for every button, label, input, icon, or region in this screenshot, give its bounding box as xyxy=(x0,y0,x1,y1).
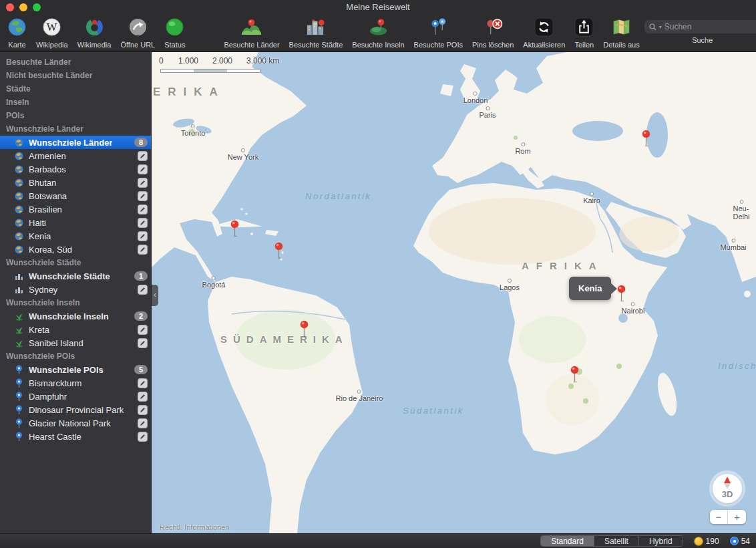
edit-button[interactable] xyxy=(138,218,148,228)
toolbar-button-wikipedia[interactable]: WWikipedia xyxy=(31,16,73,51)
visited-islands-icon xyxy=(367,17,389,39)
sidebar-item-wunschziele-st-dte[interactable]: Wunschziele Städte1 xyxy=(0,269,151,283)
sidebar-group-header-pois[interactable]: POIs xyxy=(0,109,151,122)
edit-button[interactable] xyxy=(138,378,148,388)
edit-button[interactable] xyxy=(138,418,148,428)
legal-info-link[interactable]: Rechtl. Informationen xyxy=(160,523,230,531)
sidebar-item-wunschziele-pois[interactable]: Wunschziele POIs5 xyxy=(0,363,151,376)
toolbar-button-pins-loeschen[interactable]: Pins löschen xyxy=(467,16,518,51)
sidebar-group-header-st-dte[interactable]: Städte xyxy=(0,82,151,96)
zoom-in-button[interactable]: + xyxy=(728,510,746,524)
sidebar-collapse-handle[interactable]: ‹ xyxy=(152,285,158,306)
map-pin-2[interactable] xyxy=(274,242,283,262)
sidebar-item-hearst-castle[interactable]: Hearst Castle xyxy=(0,430,151,443)
sidebar-item-label: Korea, Süd xyxy=(29,245,72,255)
search-input[interactable] xyxy=(665,22,756,31)
toolbar-button-label: Karte xyxy=(8,41,25,49)
sidebar-item-barbados[interactable]: Barbados xyxy=(0,162,151,176)
sidebar-group-header-wunschziele-st-dte[interactable]: Wunschziele Städte xyxy=(0,256,151,269)
edit-button[interactable] xyxy=(138,191,148,201)
sidebar-item-kreta[interactable]: Kreta xyxy=(0,323,151,336)
sidebar-item-sydney[interactable]: Sydney xyxy=(0,283,151,296)
sidebar-item-bismarckturm[interactable]: Bismarckturm xyxy=(0,376,151,390)
toolbar-button-besuchte-pois[interactable]: Besuchte POIs xyxy=(409,16,467,51)
sidebar-item-label: Sanibel Island xyxy=(29,338,83,348)
edit-button[interactable] xyxy=(138,231,148,241)
edit-button[interactable] xyxy=(138,325,148,335)
sidebar-item-wunschziele-inseln[interactable]: Wunschziele Inseln2 xyxy=(0,309,151,323)
map-pin-6[interactable] xyxy=(642,130,650,150)
toolbar-button-wikimedia[interactable]: Wikimedia xyxy=(73,16,116,51)
pin-callout[interactable]: Kenia xyxy=(569,277,611,300)
sidebar-item-label: Dinosaur Provincial Park xyxy=(29,405,124,415)
pin-callout-label: Kenia xyxy=(578,283,602,293)
toolbar-button-label: Wikipedia xyxy=(36,41,68,49)
edit-button[interactable] xyxy=(138,178,148,188)
toolbar-button-label: Besuchte Städte xyxy=(289,41,343,49)
sidebar-item-korea-s-d[interactable]: Korea, Süd xyxy=(0,243,151,256)
zoom-out-button[interactable]: − xyxy=(710,510,728,524)
sidebar-item-haiti[interactable]: Haiti xyxy=(0,216,151,229)
sidebar-item-bhutan[interactable]: Bhutan xyxy=(0,176,151,189)
edit-button[interactable] xyxy=(138,164,148,174)
sidebar-item-label: Botswana xyxy=(29,191,67,201)
compass-south-needle-icon xyxy=(724,483,731,489)
map-pin-3[interactable] xyxy=(300,320,309,340)
toolbar-button-aktualisieren[interactable]: Aktualisieren xyxy=(518,16,570,51)
sidebar-item-dampfuhr[interactable]: Dampfuhr xyxy=(0,390,151,403)
search-scope-chevron-icon[interactable]: ▾ xyxy=(659,24,662,30)
edit-button[interactable] xyxy=(138,405,148,415)
toolbar-button-teilen[interactable]: Teilen xyxy=(570,16,598,51)
sidebar-group-header-wunschziele-inseln[interactable]: Wunschziele Inseln xyxy=(0,296,151,309)
zoom-controls: − + xyxy=(710,510,746,524)
sidebar-item-dinosaur-provincial-park[interactable]: Dinosaur Provincial Park xyxy=(0,403,151,416)
sidebar-item-armenien[interactable]: Armenien xyxy=(0,149,151,162)
edit-button[interactable] xyxy=(138,338,148,348)
map-pin-4[interactable] xyxy=(617,285,626,305)
sidebar-item-sanibel-island[interactable]: Sanibel Island xyxy=(0,336,151,350)
edit-button[interactable] xyxy=(138,392,148,402)
sidebar-item-brasilien[interactable]: Brasilien xyxy=(0,202,151,216)
compass-3d-control[interactable]: 3D xyxy=(713,474,742,503)
edit-button[interactable] xyxy=(138,245,148,255)
edit-button[interactable] xyxy=(138,204,148,215)
map-type-hybrid[interactable]: Hybrid xyxy=(639,536,683,546)
toolbar-button-oeffne-url[interactable]: Öffne URL xyxy=(116,16,160,51)
map-canvas[interactable]: 01.0002.0003.000 km ERIKAAFRIKASÜDAMERIK… xyxy=(152,52,756,533)
sidebar-group-header-wunschziele-l-nder[interactable]: Wunschziele Länder xyxy=(0,122,151,136)
sidebar-item-label: Wunschziele Länder xyxy=(29,138,112,148)
sidebar-item-label: Kreta xyxy=(29,325,49,335)
sidebar-item-kenia[interactable]: Kenia xyxy=(0,229,151,243)
edit-button[interactable] xyxy=(138,432,148,442)
sidebar-item-label: Wunschziele Inseln xyxy=(29,311,109,321)
map-pin-5[interactable] xyxy=(570,366,579,386)
wish-poi-icon xyxy=(13,391,24,402)
toolbar-button-karte[interactable]: Karte xyxy=(3,16,31,51)
toolbar-button-label: Besuchte Länder xyxy=(224,41,279,49)
toolbar-button-besuchte-inseln[interactable]: Besuchte Inseln xyxy=(347,16,409,51)
edit-button[interactable] xyxy=(138,151,148,161)
sidebar-item-botswana[interactable]: Botswana xyxy=(0,189,151,202)
sidebar-item-glacier-national-park[interactable]: Glacier National Park xyxy=(0,416,151,430)
refresh-icon xyxy=(534,17,554,39)
edit-button[interactable] xyxy=(138,285,148,295)
scale-label: 0 xyxy=(159,56,164,65)
toolbar-button-besuchte-staedte[interactable]: Besuchte Städte xyxy=(285,16,348,51)
visited-cities-icon xyxy=(305,17,327,39)
wish-country-icon xyxy=(13,217,24,228)
sidebar-group-header-wunschziele-pois[interactable]: Wunschziele POIs xyxy=(0,350,151,363)
sidebar-group-header-nicht-besuchte-l-nder[interactable]: Nicht besuchte Länder xyxy=(0,69,151,82)
toolbar-button-details-aus[interactable]: Details aus xyxy=(598,16,644,51)
map-type-standard[interactable]: Standard xyxy=(541,536,594,546)
toolbar-button-besuchte-laender[interactable]: Besuchte Länder xyxy=(219,16,284,51)
toolbar-button-status[interactable]: Status xyxy=(160,16,190,51)
sidebar-group-header-besuchte-l-nder[interactable]: Besuchte Länder xyxy=(0,55,151,69)
map-type-satellit[interactable]: Satellit xyxy=(594,536,639,546)
toolbar-button-label: Status xyxy=(164,41,185,49)
map-pin-1[interactable] xyxy=(230,220,239,240)
search-field[interactable]: ▾ xyxy=(644,20,756,33)
wish-country-icon xyxy=(13,177,24,188)
map-scale: 01.0002.0003.000 km xyxy=(158,56,292,73)
sidebar-item-wunschziele-l-nder[interactable]: Wunschziele Länder8 xyxy=(0,136,151,149)
sidebar-group-header-inseln[interactable]: Inseln xyxy=(0,96,151,109)
